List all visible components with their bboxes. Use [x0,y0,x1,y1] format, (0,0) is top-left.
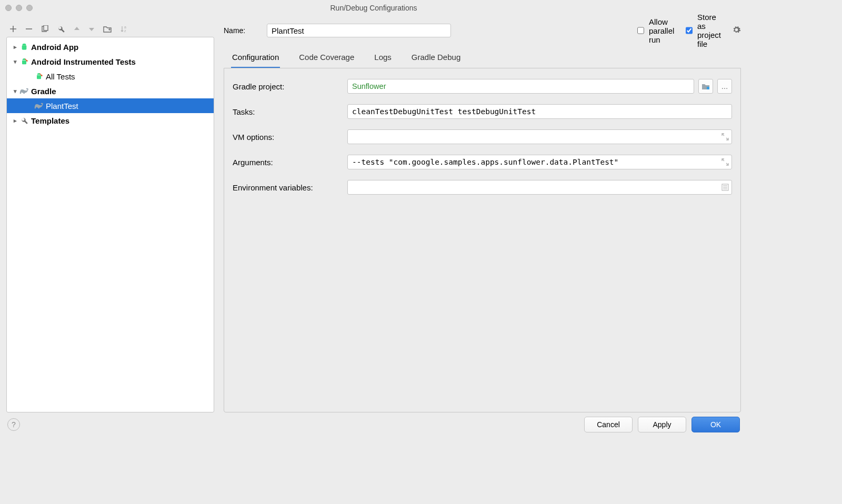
tasks-label: Tasks: [233,107,347,116]
android-test-icon [34,72,44,81]
config-tree[interactable]: ▸Android App▾Android Instrumented TestsA… [6,37,214,412]
copy-icon[interactable] [41,25,49,33]
disclosure-icon[interactable]: ▾ [11,88,19,95]
gradle-project-input[interactable] [347,79,694,94]
env-vars-label: Environment variables: [233,183,347,192]
tree-toolbar: az [6,21,214,37]
android-icon [19,42,29,52]
field-arguments: Arguments: [233,155,732,169]
right-panel: Name: Allow parallel run Store as projec… [224,21,741,412]
dialog-footer: ? Cancel Apply OK [0,412,747,442]
field-gradle-project: Gradle project: … [233,79,732,94]
wrench-icon [19,116,29,125]
tree-item-label: Android App [31,43,78,52]
name-row: Name: Allow parallel run Store as projec… [224,21,741,40]
browse-button[interactable]: … [717,79,732,94]
configuration-panel: Gradle project: … Tasks: [224,68,741,412]
zoom-dot-icon[interactable] [26,5,33,11]
svg-rect-6 [707,87,709,89]
cancel-button[interactable]: Cancel [584,417,633,432]
allow-parallel-input[interactable] [637,26,644,35]
disclosure-icon[interactable]: ▸ [11,44,19,51]
tree-item[interactable]: ▸Android App [7,39,214,54]
folder-add-icon[interactable] [103,25,112,33]
tasks-input[interactable] [347,104,732,119]
env-vars-input[interactable] [347,180,732,195]
tree-item-label: All Tests [46,72,75,81]
tab-configuration[interactable]: Configuration [231,49,280,68]
registered-project-button[interactable] [698,79,713,94]
arguments-input[interactable] [347,155,732,169]
minimize-dot-icon[interactable] [16,5,22,11]
left-panel: az ▸Android App▾Android Instrumented Tes… [6,21,214,412]
gradle-icon [34,101,44,110]
tree-item[interactable]: ▾Gradle [7,84,214,98]
tree-item-label: Templates [31,116,69,125]
wrench-icon[interactable] [57,25,65,33]
allow-parallel-label: Allow parallel run [649,17,674,44]
ok-button[interactable]: OK [691,417,740,432]
list-icon[interactable] [721,184,729,191]
store-as-project-input[interactable] [686,26,693,35]
remove-icon[interactable] [25,25,33,33]
arguments-label: Arguments: [233,158,347,167]
name-input[interactable] [267,24,451,37]
name-label: Name: [224,26,256,35]
move-down-icon[interactable] [88,26,95,32]
move-up-icon[interactable] [74,26,80,32]
tree-item-label: Android Instrumented Tests [31,57,136,66]
svg-rect-1 [44,25,48,31]
store-as-project-label: Store as project file [697,13,721,48]
vm-options-label: VM options: [233,133,347,142]
help-button[interactable]: ? [7,418,20,431]
gradle-icon [19,86,29,96]
allow-parallel-checkbox[interactable]: Allow parallel run [635,17,668,44]
tab-code-coverage[interactable]: Code Coverage [298,49,355,68]
apply-button[interactable]: Apply [638,417,686,432]
dialog-window: Run/Debug Configurations az ▸Android App… [0,0,747,442]
vm-options-input[interactable] [347,129,732,144]
tree-item-label: PlantTest [46,102,78,110]
tree-item[interactable]: ▸Templates [7,113,214,128]
window-title: Run/Debug Configurations [0,4,747,12]
gear-icon[interactable] [732,25,741,36]
tree-item[interactable]: PlantTest [7,98,214,113]
svg-point-5 [41,75,43,76]
disclosure-icon[interactable]: ▸ [11,117,19,124]
svg-text:a: a [124,25,126,29]
gradle-project-label: Gradle project: [233,82,347,91]
sort-icon[interactable]: az [120,25,128,33]
tree-item-label: Gradle [31,87,56,96]
tab-logs[interactable]: Logs [373,49,393,68]
field-vm-options: VM options: [233,129,732,144]
expand-icon[interactable] [721,158,729,166]
store-as-project-checkbox[interactable]: Store as project file [684,13,716,48]
field-env-vars: Environment variables: [233,180,732,195]
add-icon[interactable] [9,25,17,33]
disclosure-icon[interactable]: ▾ [11,58,19,65]
tab-gradle-debug[interactable]: Gradle Debug [410,49,462,68]
svg-point-4 [26,60,28,62]
tree-item[interactable]: ▾Android Instrumented Tests [7,54,214,69]
tab-bar: ConfigurationCode CoverageLogsGradle Deb… [224,49,741,68]
window-controls [5,5,33,11]
close-dot-icon[interactable] [5,5,12,11]
tree-item[interactable]: All Tests [7,69,214,84]
expand-icon[interactable] [721,133,729,140]
svg-text:z: z [124,29,126,33]
android-test-icon [19,57,29,66]
field-tasks: Tasks: [233,104,732,119]
titlebar: Run/Debug Configurations [0,0,747,16]
dialog-body: az ▸Android App▾Android Instrumented Tes… [0,16,747,412]
